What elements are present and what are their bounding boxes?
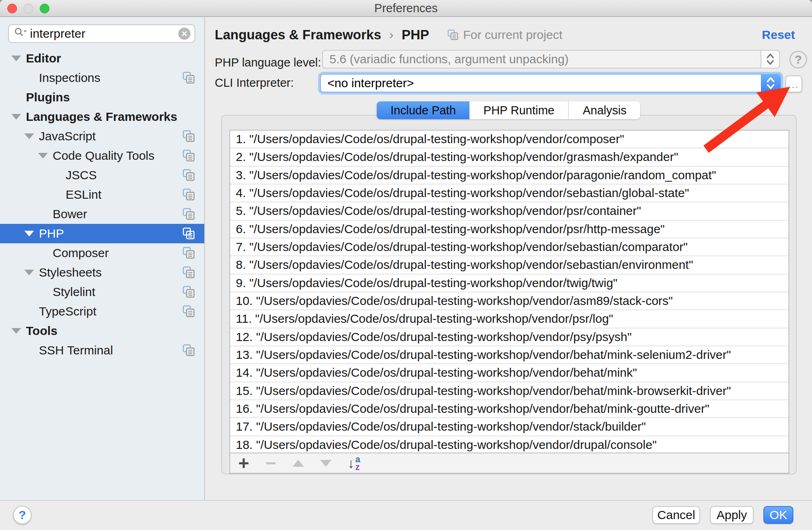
language-level-label: PHP language level:: [215, 56, 321, 69]
sidebar-item-languages-frameworks[interactable]: Languages & Frameworks: [0, 107, 204, 127]
move-down-button[interactable]: [320, 460, 331, 467]
sort-letter-z: z: [355, 463, 360, 471]
minimize-button[interactable]: [24, 4, 33, 13]
sidebar-item-stylelint[interactable]: Stylelint: [0, 282, 204, 302]
expand-arrow-icon[interactable]: [24, 270, 39, 275]
include-path-row[interactable]: 7. "/Users/opdavies/Code/os/drupal-testi…: [230, 238, 788, 256]
sidebar-item-javascript[interactable]: JavaScript: [0, 127, 204, 146]
breadcrumb-current: PHP: [402, 27, 429, 43]
sidebar-item-label: Inspections: [39, 71, 100, 85]
copy-settings-icon: [182, 266, 196, 279]
search-input[interactable]: interpreter ×: [8, 24, 195, 43]
titlebar: Preferences: [0, 0, 812, 17]
search-icon[interactable]: [14, 27, 28, 41]
copy-settings-icon: [182, 168, 196, 182]
tab-php-runtime[interactable]: PHP Runtime: [470, 101, 569, 119]
include-path-row[interactable]: 6. "/Users/opdavies/Code/os/drupal-testi…: [230, 221, 788, 238]
sidebar-item-code-quality-tools[interactable]: Code Quality Tools: [0, 146, 204, 165]
cli-interpreter-stepper-icon[interactable]: [761, 75, 780, 92]
reset-link[interactable]: Reset: [762, 28, 795, 42]
include-path-list: 1. "/Users/opdavies/Code/os/drupal-testi…: [229, 130, 789, 453]
scope-indicator: For current project: [447, 28, 562, 42]
close-button[interactable]: [7, 4, 17, 13]
sidebar-item-label: Plugins: [26, 90, 70, 104]
sidebar-item-label: Bower: [53, 207, 87, 221]
zoom-button[interactable]: [40, 4, 49, 13]
include-path-row[interactable]: 4. "/Users/opdavies/Code/os/drupal-testi…: [230, 185, 788, 202]
tab-include-path[interactable]: Include Path: [377, 101, 470, 119]
copy-settings-icon: [182, 129, 196, 143]
ok-button[interactable]: OK: [763, 506, 793, 524]
tab-analysis[interactable]: Analysis: [569, 101, 640, 119]
apply-button[interactable]: Apply: [710, 506, 754, 524]
include-path-row[interactable]: 1. "/Users/opdavies/Code/os/drupal-testi…: [230, 131, 788, 148]
breadcrumb: Languages & Frameworks › PHP For current…: [215, 25, 795, 45]
sidebar-item-label: Stylelint: [53, 285, 95, 299]
sidebar-item-composer[interactable]: Composer: [0, 243, 204, 263]
clear-search-icon[interactable]: ×: [178, 28, 190, 40]
sidebar-item-label: Languages & Frameworks: [26, 110, 177, 124]
sidebar-item-tools[interactable]: Tools: [0, 321, 204, 341]
include-path-row[interactable]: 9. "/Users/opdavies/Code/os/drupal-testi…: [230, 275, 788, 292]
search-value[interactable]: interpreter: [30, 27, 178, 41]
include-path-row[interactable]: 15. "/Users/opdavies/Code/os/drupal-test…: [230, 382, 788, 400]
sidebar-item-inspections[interactable]: Inspections: [0, 68, 204, 88]
include-path-row[interactable]: 3. "/Users/opdavies/Code/os/drupal-testi…: [230, 167, 788, 185]
language-level-select[interactable]: 5.6 (variadic functions, argument unpack…: [322, 50, 780, 69]
sort-arrow-icon: ↓: [348, 457, 355, 469]
copy-settings-icon: [182, 188, 196, 202]
include-path-row[interactable]: 12. "/Users/opdavies/Code/os/drupal-test…: [230, 328, 788, 346]
for-current-project-icon: [447, 29, 459, 41]
copy-settings-icon: [182, 207, 196, 221]
sidebar-item-editor[interactable]: Editor: [0, 49, 204, 68]
include-path-row[interactable]: 8. "/Users/opdavies/Code/os/drupal-testi…: [230, 256, 788, 274]
expand-arrow-icon[interactable]: [11, 328, 26, 334]
sidebar-item-plugins[interactable]: Plugins: [0, 88, 204, 107]
sidebar-item-label: PHP: [39, 227, 64, 240]
sidebar-item-stylesheets[interactable]: Stylesheets: [0, 263, 204, 282]
include-path-row[interactable]: 11. "/Users/opdavies/Code/os/drupal-test…: [230, 310, 788, 328]
traffic-lights: [7, 4, 49, 13]
include-path-row[interactable]: 2. "/Users/opdavies/Code/os/drupal-testi…: [230, 148, 788, 166]
sidebar-item-eslint[interactable]: ESLint: [0, 185, 204, 204]
sort-alphabetically-button[interactable]: ↓ a z: [348, 455, 360, 471]
expand-arrow-icon[interactable]: [11, 56, 26, 61]
include-path-row[interactable]: 17. "/Users/opdavies/Code/os/drupal-test…: [230, 418, 788, 436]
breadcrumb-parent[interactable]: Languages & Frameworks: [215, 27, 381, 43]
include-path-row[interactable]: 10. "/Users/opdavies/Code/os/drupal-test…: [230, 292, 788, 310]
include-path-row[interactable]: 14. "/Users/opdavies/Code/os/drupal-test…: [230, 364, 788, 382]
expand-arrow-icon[interactable]: [24, 231, 39, 236]
expand-arrow-icon[interactable]: [24, 133, 39, 139]
move-up-button[interactable]: [293, 460, 304, 467]
copy-settings-icon: [182, 285, 196, 299]
expand-arrow-icon[interactable]: [38, 153, 53, 159]
include-path-row[interactable]: 5. "/Users/opdavies/Code/os/drupal-testi…: [230, 202, 788, 220]
sidebar-item-ssh-terminal[interactable]: SSH Terminal: [0, 341, 204, 360]
cancel-button[interactable]: Cancel: [652, 506, 700, 524]
sidebar-item-label: Tools: [26, 324, 58, 338]
browse-interpreters-button[interactable]: ...: [785, 75, 802, 92]
add-path-button[interactable]: +: [238, 454, 249, 472]
include-path-row[interactable]: 16. "/Users/opdavies/Code/os/drupal-test…: [230, 400, 788, 418]
help-button[interactable]: ?: [13, 506, 32, 524]
sidebar-item-bower[interactable]: Bower: [0, 204, 204, 224]
copy-settings-icon: [182, 71, 196, 85]
language-level-stepper-icon[interactable]: [761, 51, 779, 68]
include-path-row[interactable]: 18. "/Users/opdavies/Code/os/drupal-test…: [230, 436, 788, 453]
settings-sidebar: interpreter × EditorInspectionsPluginsLa…: [0, 17, 205, 500]
expand-arrow-icon[interactable]: [11, 114, 26, 120]
preferences-window: Preferences interpreter × EditorInspecti…: [0, 0, 812, 530]
sidebar-item-jscs[interactable]: JSCS: [0, 165, 204, 185]
sidebar-item-label: TypeScript: [39, 305, 96, 318]
help-icon[interactable]: ?: [789, 51, 807, 69]
sidebar-item-label: ESLint: [66, 188, 101, 202]
sidebar-item-label: Editor: [26, 51, 61, 65]
cli-interpreter-select[interactable]: <no interpreter>: [320, 74, 781, 92]
scope-label: For current project: [463, 28, 562, 42]
tab-bar: Include PathPHP RuntimeAnalysis: [377, 101, 640, 119]
dialog-buttons: Cancel Apply OK: [652, 506, 793, 524]
sidebar-item-php[interactable]: PHP: [0, 224, 204, 243]
remove-path-button[interactable]: −: [265, 455, 276, 471]
sidebar-item-typescript[interactable]: TypeScript: [0, 302, 204, 321]
include-path-row[interactable]: 13. "/Users/opdavies/Code/os/drupal-test…: [230, 346, 788, 364]
